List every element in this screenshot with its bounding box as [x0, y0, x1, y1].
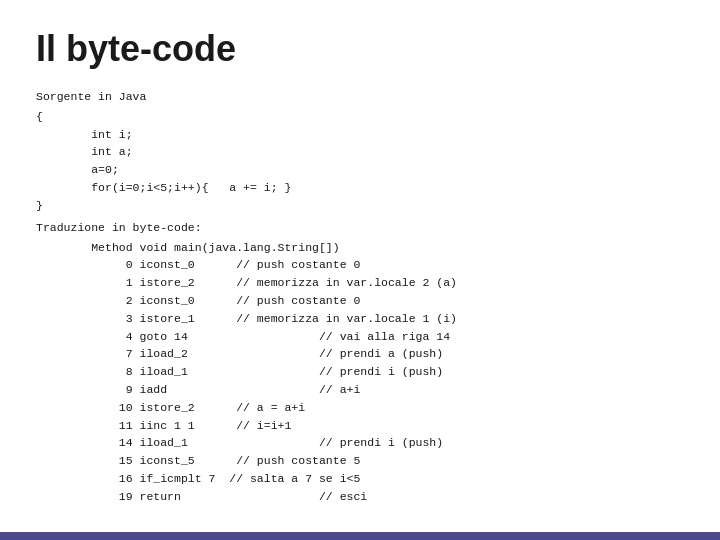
translation-label: Traduzione in byte-code:: [36, 219, 684, 237]
bytecode-content: Method void main(java.lang.String[]) 0 i…: [36, 239, 684, 506]
source-label: Sorgente in Java: [36, 88, 684, 106]
source-code: { int i; int a; a=0; for(i=0;i<5;i++){ a…: [36, 108, 684, 215]
slide-container: Il byte-code Sorgente in Java { int i; i…: [0, 0, 720, 540]
source-section: Sorgente in Java { int i; int a; a=0; fo…: [36, 88, 684, 506]
bottom-bar: [0, 532, 720, 540]
slide-title: Il byte-code: [36, 28, 684, 70]
